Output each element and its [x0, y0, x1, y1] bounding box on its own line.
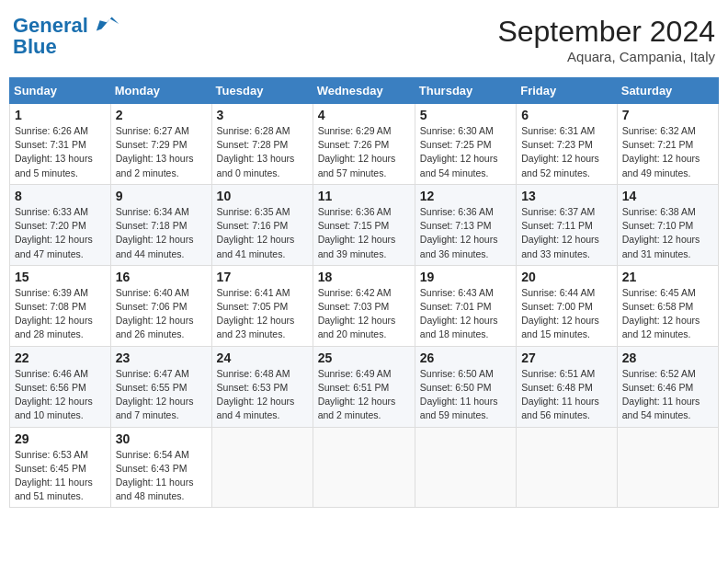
calendar-week-row: 1Sunrise: 6:26 AM Sunset: 7:31 PM Daylig… [10, 104, 719, 185]
day-info: Sunrise: 6:36 AM Sunset: 7:13 PM Dayligh… [420, 205, 511, 261]
month-title: September 2024 [497, 15, 715, 49]
calendar-cell: 4Sunrise: 6:29 AM Sunset: 7:26 PM Daylig… [313, 104, 415, 185]
calendar-cell: 30Sunrise: 6:54 AM Sunset: 6:43 PM Dayli… [110, 427, 211, 508]
day-number: 10 [217, 189, 308, 203]
day-number: 12 [420, 189, 511, 203]
day-info: Sunrise: 6:40 AM Sunset: 7:06 PM Dayligh… [116, 286, 207, 342]
calendar-cell: 26Sunrise: 6:50 AM Sunset: 6:50 PM Dayli… [415, 346, 516, 427]
calendar-week-row: 22Sunrise: 6:46 AM Sunset: 6:56 PM Dayli… [10, 346, 719, 427]
day-info: Sunrise: 6:54 AM Sunset: 6:43 PM Dayligh… [116, 448, 207, 504]
calendar-cell: 14Sunrise: 6:38 AM Sunset: 7:10 PM Dayli… [617, 184, 718, 265]
day-info: Sunrise: 6:44 AM Sunset: 7:00 PM Dayligh… [521, 286, 612, 342]
calendar-cell: 27Sunrise: 6:51 AM Sunset: 6:48 PM Dayli… [517, 346, 618, 427]
day-number: 30 [116, 431, 207, 446]
day-number: 13 [521, 189, 612, 203]
calendar-cell: 25Sunrise: 6:49 AM Sunset: 6:51 PM Dayli… [313, 346, 415, 427]
col-header-wednesday: Wednesday [313, 78, 415, 104]
day-info: Sunrise: 6:26 AM Sunset: 7:31 PM Dayligh… [15, 124, 106, 180]
day-number: 6 [521, 108, 612, 122]
day-info: Sunrise: 6:43 AM Sunset: 7:01 PM Dayligh… [420, 286, 511, 342]
day-number: 15 [15, 270, 106, 284]
day-info: Sunrise: 6:49 AM Sunset: 6:51 PM Dayligh… [318, 367, 410, 423]
col-header-friday: Friday [517, 78, 618, 104]
day-number: 4 [318, 108, 410, 122]
day-number: 27 [521, 350, 612, 365]
day-number: 3 [217, 108, 308, 122]
calendar-cell: 8Sunrise: 6:33 AM Sunset: 7:20 PM Daylig… [10, 184, 111, 265]
calendar-cell: 28Sunrise: 6:52 AM Sunset: 6:46 PM Dayli… [617, 346, 718, 427]
day-number: 17 [217, 270, 308, 284]
calendar-cell: 13Sunrise: 6:37 AM Sunset: 7:11 PM Dayli… [517, 184, 618, 265]
day-info: Sunrise: 6:52 AM Sunset: 6:46 PM Dayligh… [622, 367, 713, 423]
day-info: Sunrise: 6:31 AM Sunset: 7:23 PM Dayligh… [521, 124, 612, 180]
day-number: 29 [15, 431, 106, 446]
day-number: 9 [116, 189, 207, 203]
day-number: 8 [15, 189, 106, 203]
calendar-cell [211, 427, 313, 508]
calendar-week-row: 29Sunrise: 6:53 AM Sunset: 6:45 PM Dayli… [10, 427, 719, 508]
day-info: Sunrise: 6:32 AM Sunset: 7:21 PM Dayligh… [622, 124, 713, 180]
logo: General Blue [13, 15, 120, 57]
calendar-cell: 7Sunrise: 6:32 AM Sunset: 7:21 PM Daylig… [617, 104, 718, 185]
calendar-cell: 22Sunrise: 6:46 AM Sunset: 6:56 PM Dayli… [10, 346, 111, 427]
day-info: Sunrise: 6:41 AM Sunset: 7:05 PM Dayligh… [217, 286, 308, 342]
day-number: 25 [318, 350, 410, 365]
calendar-cell [313, 427, 415, 508]
logo-bird-icon [95, 11, 120, 37]
calendar-cell: 24Sunrise: 6:48 AM Sunset: 6:53 PM Dayli… [211, 346, 313, 427]
day-number: 11 [318, 189, 410, 203]
calendar-week-row: 8Sunrise: 6:33 AM Sunset: 7:20 PM Daylig… [10, 184, 719, 265]
col-header-thursday: Thursday [415, 78, 516, 104]
day-info: Sunrise: 6:38 AM Sunset: 7:10 PM Dayligh… [622, 205, 713, 261]
day-info: Sunrise: 6:50 AM Sunset: 6:50 PM Dayligh… [420, 367, 511, 423]
day-number: 5 [420, 108, 511, 122]
calendar-cell: 1Sunrise: 6:26 AM Sunset: 7:31 PM Daylig… [10, 104, 111, 185]
day-number: 21 [622, 270, 713, 284]
calendar-cell: 23Sunrise: 6:47 AM Sunset: 6:55 PM Dayli… [110, 346, 211, 427]
svg-marker-0 [97, 17, 119, 31]
calendar-cell: 21Sunrise: 6:45 AM Sunset: 6:58 PM Dayli… [617, 265, 718, 346]
logo-text: General [13, 15, 120, 37]
day-info: Sunrise: 6:27 AM Sunset: 7:29 PM Dayligh… [116, 124, 207, 180]
title-block: September 2024 Aquara, Campania, Italy [497, 15, 715, 64]
calendar-cell: 3Sunrise: 6:28 AM Sunset: 7:28 PM Daylig… [211, 104, 313, 185]
day-number: 7 [622, 108, 713, 122]
day-info: Sunrise: 6:36 AM Sunset: 7:15 PM Dayligh… [318, 205, 410, 261]
logo-general: General [13, 14, 88, 37]
calendar-cell [415, 427, 516, 508]
day-number: 2 [116, 108, 207, 122]
day-info: Sunrise: 6:28 AM Sunset: 7:28 PM Dayligh… [217, 124, 308, 180]
day-number: 19 [420, 270, 511, 284]
day-number: 16 [116, 270, 207, 284]
calendar-cell: 5Sunrise: 6:30 AM Sunset: 7:25 PM Daylig… [415, 104, 516, 185]
day-info: Sunrise: 6:46 AM Sunset: 6:56 PM Dayligh… [15, 367, 106, 423]
calendar-cell: 19Sunrise: 6:43 AM Sunset: 7:01 PM Dayli… [415, 265, 516, 346]
day-number: 18 [318, 270, 410, 284]
calendar-cell: 16Sunrise: 6:40 AM Sunset: 7:06 PM Dayli… [110, 265, 211, 346]
calendar-table: SundayMondayTuesdayWednesdayThursdayFrid… [9, 77, 719, 508]
calendar-cell: 20Sunrise: 6:44 AM Sunset: 7:00 PM Dayli… [517, 265, 618, 346]
day-number: 20 [521, 270, 612, 284]
calendar-cell: 15Sunrise: 6:39 AM Sunset: 7:08 PM Dayli… [10, 265, 111, 346]
day-info: Sunrise: 6:35 AM Sunset: 7:16 PM Dayligh… [217, 205, 308, 261]
col-header-tuesday: Tuesday [211, 78, 313, 104]
calendar-cell: 18Sunrise: 6:42 AM Sunset: 7:03 PM Dayli… [313, 265, 415, 346]
day-number: 1 [15, 108, 106, 122]
col-header-saturday: Saturday [617, 78, 718, 104]
calendar-cell [517, 427, 618, 508]
day-info: Sunrise: 6:51 AM Sunset: 6:48 PM Dayligh… [521, 367, 612, 423]
calendar-cell: 2Sunrise: 6:27 AM Sunset: 7:29 PM Daylig… [110, 104, 211, 185]
day-info: Sunrise: 6:45 AM Sunset: 6:58 PM Dayligh… [622, 286, 713, 342]
day-info: Sunrise: 6:53 AM Sunset: 6:45 PM Dayligh… [15, 448, 106, 504]
calendar-cell: 6Sunrise: 6:31 AM Sunset: 7:23 PM Daylig… [517, 104, 618, 185]
day-info: Sunrise: 6:33 AM Sunset: 7:20 PM Dayligh… [15, 205, 106, 261]
day-info: Sunrise: 6:30 AM Sunset: 7:25 PM Dayligh… [420, 124, 511, 180]
day-info: Sunrise: 6:48 AM Sunset: 6:53 PM Dayligh… [217, 367, 308, 423]
calendar-cell: 12Sunrise: 6:36 AM Sunset: 7:13 PM Dayli… [415, 184, 516, 265]
calendar-cell [617, 427, 718, 508]
calendar-cell: 10Sunrise: 6:35 AM Sunset: 7:16 PM Dayli… [211, 184, 313, 265]
day-info: Sunrise: 6:29 AM Sunset: 7:26 PM Dayligh… [318, 124, 410, 180]
calendar-cell: 11Sunrise: 6:36 AM Sunset: 7:15 PM Dayli… [313, 184, 415, 265]
calendar-cell: 17Sunrise: 6:41 AM Sunset: 7:05 PM Dayli… [211, 265, 313, 346]
day-info: Sunrise: 6:37 AM Sunset: 7:11 PM Dayligh… [521, 205, 612, 261]
